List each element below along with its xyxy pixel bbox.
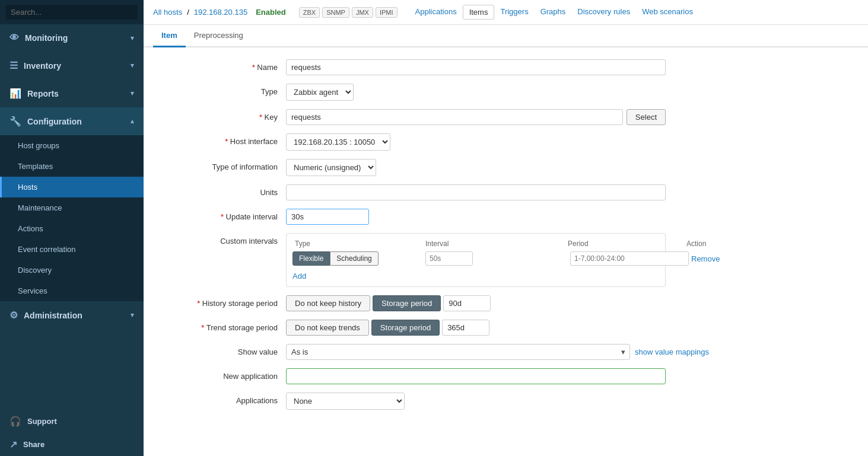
sidebar-item-host-groups[interactable]: Host groups <box>0 135 144 156</box>
trend-no-keep-btn[interactable]: Do not keep trends <box>286 320 369 336</box>
sidebar-item-templates[interactable]: Templates <box>0 156 144 177</box>
type-of-info-control: Numeric (unsigned) <box>286 159 666 176</box>
key-input[interactable] <box>286 109 623 125</box>
sidebar-search-container <box>0 0 144 24</box>
ci-row-1: Flexible Scheduling Remove <box>292 251 659 266</box>
show-value-label: Show value <box>155 344 286 356</box>
custom-intervals-control: Type Interval Period Action Flexible Sch… <box>286 233 666 287</box>
sidebar-item-support[interactable]: 🎧 Support <box>0 410 144 433</box>
new-application-label: New application <box>155 368 286 381</box>
type-control: Zabbix agent <box>286 84 666 101</box>
ci-col-type: Type <box>295 240 425 248</box>
share-icon: ↗ <box>9 439 17 450</box>
history-storage-period-btn[interactable]: Storage period <box>373 295 441 311</box>
sidebar-item-configuration[interactable]: 🔧 Configuration ▴ <box>0 107 144 135</box>
applications-label: Applications <box>155 393 286 405</box>
applications-select[interactable]: None <box>286 393 405 410</box>
applications-control: None <box>286 393 666 410</box>
units-input[interactable] <box>286 184 666 200</box>
sidebar-item-share[interactable]: ↗ Share <box>0 433 144 456</box>
ipmi-badge: IPMI <box>376 7 398 18</box>
key-row: Select <box>286 109 666 125</box>
ci-add-link[interactable]: Add <box>292 272 306 280</box>
sidebar-inventory-label: Inventory <box>24 61 61 71</box>
history-value-input[interactable] <box>443 295 491 311</box>
search-input[interactable] <box>6 5 138 20</box>
host-interface-select[interactable]: 192.168.20.135 : 10050 <box>286 133 390 151</box>
type-select[interactable]: Zabbix agent <box>286 84 354 101</box>
ci-col-action: Action <box>686 240 734 248</box>
nav-triggers[interactable]: Triggers <box>494 5 534 20</box>
status-enabled-badge: Enabled <box>252 7 290 18</box>
sidebar-configuration-label: Configuration <box>27 117 82 126</box>
sidebar-item-monitoring[interactable]: 👁 Monitoring ▾ <box>0 24 144 52</box>
ci-flexible-btn[interactable]: Flexible <box>292 251 330 266</box>
form-row-host-interface: * Host interface 192.168.20.135 : 10050 <box>155 133 850 151</box>
sidebar-monitoring-section: 👁 Monitoring ▾ <box>0 24 144 52</box>
sidebar-inventory-section: ☰ Inventory ▾ <box>0 52 144 79</box>
sidebar-item-inventory[interactable]: ☰ Inventory ▾ <box>0 52 144 79</box>
configuration-icon: 🔧 <box>9 116 21 127</box>
nav-applications[interactable]: Applications <box>409 5 463 20</box>
type-label: Type <box>155 84 286 96</box>
breadcrumb-separator: / <box>187 8 189 17</box>
new-application-input[interactable] <box>286 368 666 384</box>
sidebar-item-hosts[interactable]: Hosts <box>0 177 144 197</box>
sidebar-support-label: Support <box>27 417 57 426</box>
trend-storage-period-btn[interactable]: Storage period <box>371 320 440 336</box>
ci-add-container: Add <box>292 269 659 280</box>
tab-preprocessing[interactable]: Preprocessing <box>186 25 252 47</box>
sidebar-item-event-correlation[interactable]: Event correlation <box>0 239 144 260</box>
nav-items[interactable]: Items <box>463 5 495 20</box>
ci-remove-link[interactable]: Remove <box>691 254 739 263</box>
host-interface-control: 192.168.20.135 : 10050 <box>286 133 666 151</box>
sidebar: 👁 Monitoring ▾ ☰ Inventory ▾ 📊 Reports ▾… <box>0 0 144 456</box>
name-input[interactable] <box>286 59 666 75</box>
chevron-down-icon-2: ▾ <box>131 62 134 69</box>
configuration-sub-items: Host groups Templates Hosts Maintenance … <box>0 135 144 301</box>
ci-scheduling-btn[interactable]: Scheduling <box>330 251 378 266</box>
breadcrumb-host[interactable]: 192.168.20.135 <box>194 8 247 17</box>
type-of-info-select[interactable]: Numeric (unsigned) <box>286 159 376 176</box>
ci-interval-input[interactable] <box>425 251 473 266</box>
form-tabs: Item Preprocessing <box>144 25 868 47</box>
form-row-key: * Key Select <box>155 109 850 125</box>
form-row-name: * Name <box>155 59 850 75</box>
nav-graphs[interactable]: Graphs <box>535 5 572 20</box>
form-row-new-application: New application <box>155 368 850 384</box>
monitoring-icon: 👁 <box>9 33 19 43</box>
snmp-badge: SNMP <box>322 7 349 18</box>
breadcrumb-allhosts[interactable]: All hosts <box>153 8 182 17</box>
sidebar-item-reports[interactable]: 📊 Reports ▾ <box>0 79 144 107</box>
form-row-units: Units <box>155 184 850 200</box>
protocol-badges: ZBX SNMP JMX IPMI <box>299 7 398 18</box>
sidebar-item-actions[interactable]: Actions <box>0 218 144 239</box>
units-label: Units <box>155 184 286 197</box>
key-select-button[interactable]: Select <box>627 109 666 125</box>
sidebar-item-maintenance[interactable]: Maintenance <box>0 197 144 218</box>
trend-value-input[interactable] <box>442 320 489 336</box>
show-value-select[interactable]: As is <box>286 344 630 360</box>
sidebar-item-services[interactable]: Services <box>0 280 144 301</box>
form-area: * Name Type Zabbix agent * Key <box>144 47 868 456</box>
show-value-mappings-link[interactable]: show value mappings <box>635 347 709 356</box>
tab-item[interactable]: Item <box>153 25 186 47</box>
update-interval-input[interactable] <box>286 209 369 225</box>
chevron-up-icon: ▴ <box>131 117 134 125</box>
ci-period-input[interactable] <box>570 251 689 266</box>
show-value-control: As is ▾ show value mappings <box>286 344 666 360</box>
nav-web-scenarios[interactable]: Web scenarios <box>636 5 699 20</box>
sidebar-item-administration[interactable]: ⚙ Administration ▾ <box>0 301 144 329</box>
show-value-select-wrap: As is ▾ <box>286 344 630 360</box>
sidebar-item-discovery[interactable]: Discovery <box>0 260 144 280</box>
chevron-down-icon-4: ▾ <box>131 311 134 319</box>
sidebar-share-label: Share <box>23 440 44 449</box>
sidebar-reports-label: Reports <box>27 89 59 98</box>
jmx-badge: JMX <box>352 7 373 18</box>
history-no-keep-btn[interactable]: Do not keep history <box>286 295 370 311</box>
trend-control: Do not keep trends Storage period <box>286 320 666 336</box>
trend-label: * Trend storage period <box>155 320 286 332</box>
nav-discovery-rules[interactable]: Discovery rules <box>571 5 636 20</box>
reports-icon: 📊 <box>9 88 21 99</box>
inventory-icon: ☰ <box>9 60 18 71</box>
